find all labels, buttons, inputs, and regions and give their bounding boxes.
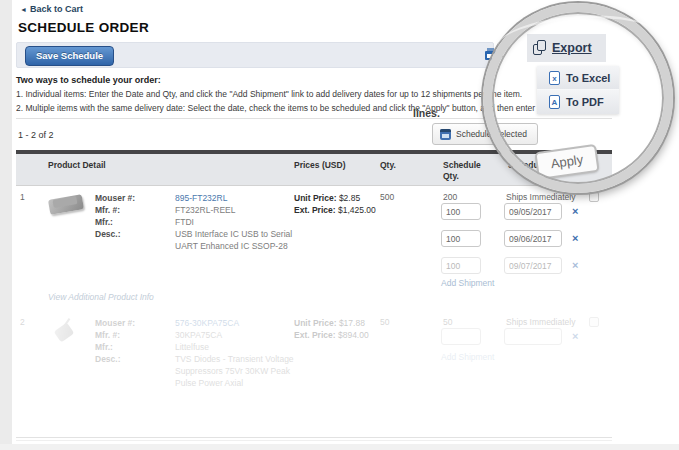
schedule-qty-total: 50 [443, 317, 452, 327]
mouser-number-label: Mouser #: [95, 317, 135, 329]
row-number: 2 [20, 317, 25, 327]
menu-item-to-pdf[interactable]: A To PDF [537, 90, 619, 114]
desc-value-line2: Suppressors 75Vr 30KW Peak [175, 365, 290, 377]
menu-item-to-excel[interactable]: x To Excel [537, 66, 619, 90]
ships-immediately-label: Ships Immediately [506, 317, 575, 327]
mouser-part-link[interactable]: 576-30KPA75CA [175, 317, 239, 329]
desc-label: Desc.: [95, 353, 121, 365]
shipment-date-input[interactable] [504, 328, 562, 345]
product-image-diode [52, 318, 82, 346]
desc-value-line1: TVS Diodes - Transient Voltage [175, 353, 294, 365]
table-bottom-divider [16, 437, 612, 438]
mfr-number-label: Mfr. #: [95, 329, 120, 341]
export-dropdown-menu: x To Excel A To PDF [537, 66, 619, 114]
magnified-text-fragment: lines. [413, 107, 440, 119]
table-bottom-divider [16, 440, 612, 441]
pdf-file-icon: A [549, 95, 560, 109]
shipment-qty-input[interactable] [441, 328, 481, 345]
export-label: Export [552, 41, 592, 55]
mfr-part-value: 30KPA75CA [175, 329, 222, 341]
schedule-selected-button[interactable]: Schedule Selected [432, 123, 538, 145]
add-shipment-link[interactable]: Add Shipment [441, 352, 494, 362]
export-pages-icon [533, 40, 547, 56]
magnifier-white-fill [503, 44, 527, 66]
order-qty: 50 [380, 317, 389, 327]
mfr-value: Littelfuse [175, 341, 209, 353]
export-button[interactable]: Export [527, 34, 606, 62]
delete-shipment-icon[interactable]: × [572, 331, 582, 341]
mfr-label: Mfr.: [95, 341, 113, 353]
excel-file-icon: x [549, 71, 560, 85]
ext-price: Ext. Price: $894.00 [294, 329, 369, 341]
calendar-icon [440, 129, 451, 140]
unit-price: Unit Price: $17.88 [294, 317, 365, 329]
schedule-selected-label: Schedule Selected [456, 129, 527, 139]
row-select-checkbox[interactable] [589, 317, 599, 327]
desc-value-line3: Pulse Power Axial [175, 377, 243, 389]
